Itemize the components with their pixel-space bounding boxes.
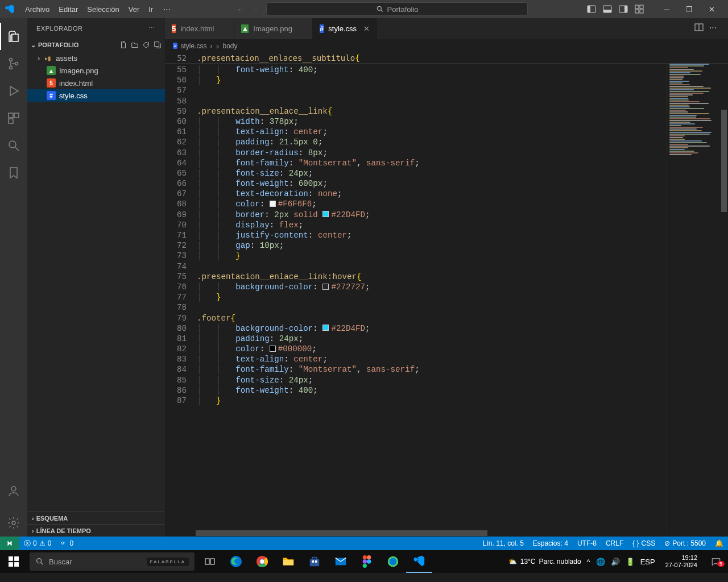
customize-layout-icon[interactable]	[635, 5, 644, 14]
taskbar-edge-icon[interactable]	[223, 550, 249, 573]
html-file-icon: 5	[172, 24, 176, 33]
menu-ver[interactable]: Ver	[124, 3, 144, 16]
file-tree-item[interactable]: 5index.html	[27, 77, 165, 89]
remote-indicator[interactable]	[0, 537, 19, 550]
activity-account-icon[interactable]	[0, 477, 27, 505]
new-file-icon[interactable]	[119, 41, 127, 49]
activity-search-icon[interactable]	[0, 132, 27, 159]
file-tree-item[interactable]: ▲Imagen.png	[27, 64, 165, 77]
search-icon	[35, 557, 44, 566]
svg-rect-39	[283, 560, 293, 565]
close-tab-icon[interactable]: ✕	[363, 24, 370, 33]
taskbar-store-icon[interactable]	[301, 550, 328, 573]
status-problems[interactable]: ⓧ0 ⚠0	[19, 539, 56, 548]
menu-editar[interactable]: Editar	[54, 3, 82, 16]
toggle-panel-icon[interactable]	[603, 5, 612, 14]
task-view-icon[interactable]	[197, 550, 223, 573]
nav-back-icon[interactable]: ←	[237, 5, 244, 14]
css-file-icon: #	[47, 91, 56, 100]
chevron-right-icon: ›	[32, 515, 34, 522]
activity-bar	[0, 18, 27, 537]
outline-section[interactable]: ›ESQUEMA	[27, 512, 165, 524]
taskbar-search[interactable]: Buscar FALABELLA	[30, 552, 195, 571]
taskbar-weather[interactable]: ⛅ 13°C Parc. nublado	[508, 558, 581, 566]
svg-rect-40	[310, 559, 320, 566]
taskbar-vscode-icon[interactable]	[406, 550, 432, 573]
toggle-secondary-sidebar-icon[interactable]	[619, 5, 628, 14]
vertical-scrollbar[interactable]	[720, 53, 728, 535]
refresh-icon[interactable]	[142, 41, 150, 49]
svg-rect-16	[14, 113, 19, 118]
taskbar-mail-icon[interactable]	[328, 550, 354, 573]
svg-rect-9	[640, 5, 643, 9]
status-radio[interactable]: ᯤ0	[56, 539, 78, 547]
activity-extensions-icon[interactable]	[0, 105, 27, 132]
svg-rect-42	[315, 560, 317, 563]
status-cursor-position[interactable]: Lín. 11, col. 5	[478, 539, 528, 547]
menu-selección[interactable]: Selección	[82, 3, 123, 16]
status-encoding[interactable]: UTF-8	[573, 539, 601, 547]
nav-forward-icon[interactable]: →	[251, 5, 258, 14]
taskbar-edge2-icon[interactable]	[380, 550, 406, 573]
broadcast-off-icon: ⊘	[664, 539, 670, 547]
collapse-all-icon[interactable]	[154, 41, 162, 49]
start-button[interactable]	[0, 550, 27, 573]
svg-rect-10	[635, 10, 639, 13]
sticky-scroll[interactable]: 52 .presentacion__enlaces__subtitulo{	[165, 53, 728, 64]
taskbar-explorer-icon[interactable]	[275, 550, 301, 573]
menu-overflow-icon[interactable]: ⋯	[159, 5, 175, 14]
tray-keyboard[interactable]: ESP	[640, 558, 655, 566]
taskbar-figma-icon[interactable]	[354, 550, 380, 573]
vscode-logo-icon	[5, 4, 15, 14]
menu-archivo[interactable]: Archivo	[20, 3, 54, 16]
taskbar-chrome-icon[interactable]	[249, 550, 275, 573]
status-eol[interactable]: CRLF	[601, 539, 628, 547]
status-language[interactable]: { }CSS	[628, 539, 660, 547]
svg-rect-7	[624, 6, 627, 13]
svg-point-13	[10, 66, 13, 69]
command-center-search[interactable]: Portafolio	[266, 2, 528, 16]
code-editor[interactable]: 52 .presentacion__enlaces__subtitulo{ 55…	[165, 53, 728, 537]
tray-battery-icon[interactable]: 🔋	[626, 558, 635, 566]
window-close-icon[interactable]: ✕	[701, 0, 723, 18]
svg-rect-3	[588, 6, 590, 13]
status-indentation[interactable]: Espacios: 4	[528, 539, 573, 547]
timeline-section[interactable]: ›LÍNEA DE TIEMPO	[27, 524, 165, 537]
tray-volume-icon[interactable]: 🔊	[611, 558, 620, 566]
activity-explorer-icon[interactable]	[0, 23, 27, 50]
file-tree-item[interactable]: ›▸▮assets	[27, 52, 165, 64]
menu-ir[interactable]: Ir	[144, 3, 158, 16]
minimap[interactable]	[667, 53, 720, 535]
layout-controls	[582, 5, 648, 14]
explorer-more-icon[interactable]: ⋯	[148, 24, 156, 32]
editor-tab[interactable]: #style.css✕	[313, 18, 377, 39]
window-minimize-icon[interactable]: ─	[655, 0, 678, 18]
split-editor-icon[interactable]	[694, 23, 704, 32]
editor-tabs: 5index.html✕▲Imagen.png✕#style.css✕	[165, 18, 728, 39]
status-live-server[interactable]: ⊘Port : 5500	[660, 539, 710, 547]
activity-settings-icon[interactable]	[0, 509, 27, 537]
toggle-primary-sidebar-icon[interactable]	[587, 5, 596, 14]
svg-rect-5	[603, 10, 611, 13]
taskbar-clock[interactable]: 19:12 27-07-2024	[661, 554, 702, 569]
svg-point-45	[367, 555, 371, 559]
activity-run-debug-icon[interactable]	[0, 77, 27, 105]
horizontal-scrollbar[interactable]	[196, 530, 667, 537]
file-tree-item[interactable]: #style.css	[27, 89, 165, 102]
activity-source-control-icon[interactable]	[0, 50, 27, 77]
project-header[interactable]: ⌄ PORTAFOLIO	[27, 38, 165, 52]
window-maximize-icon[interactable]: ❐	[678, 0, 701, 18]
activity-bookmarks-icon[interactable]	[0, 159, 27, 186]
more-actions-icon[interactable]: ⋯	[709, 23, 717, 32]
editor-tab[interactable]: 5index.html✕	[165, 18, 234, 39]
chevron-right-icon: ›	[210, 42, 212, 50]
editor-tab[interactable]: ▲Imagen.png✕	[234, 18, 313, 39]
status-notifications-icon[interactable]: 🔔	[710, 539, 728, 547]
taskbar-notifications[interactable]: 5	[708, 556, 725, 567]
breadcrumb[interactable]: #style.css › ⬨body	[165, 39, 728, 53]
new-folder-icon[interactable]	[131, 41, 139, 49]
tray-chevron-icon[interactable]: ^	[587, 558, 590, 566]
tray-network-icon[interactable]: 🌐	[596, 558, 605, 566]
svg-line-1	[380, 10, 382, 12]
svg-point-46	[363, 559, 367, 563]
